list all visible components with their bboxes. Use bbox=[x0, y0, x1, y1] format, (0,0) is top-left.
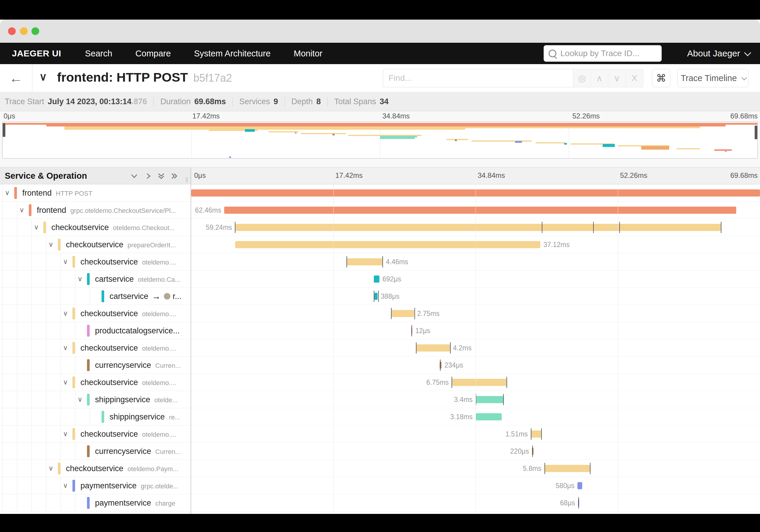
clear-find-icon[interactable]: X bbox=[626, 69, 643, 87]
span-duration-bar[interactable] bbox=[374, 275, 379, 283]
span-name-cell[interactable]: ∨checkoutserviceprepareOrderIt... bbox=[0, 236, 191, 253]
span-duration-bar[interactable] bbox=[235, 241, 541, 248]
trace-minimap-section: 0μs17.42ms34.84ms52.26ms69.68ms bbox=[0, 111, 760, 167]
span-duration-bar[interactable] bbox=[577, 482, 582, 489]
span-bar-cell[interactable]: 388μs bbox=[191, 288, 760, 305]
minimap-canvas[interactable] bbox=[2, 122, 758, 159]
span-bar-cell[interactable]: 220μs bbox=[191, 443, 760, 460]
span-name-cell[interactable]: ∨cartserviceoteldemo.Ca... bbox=[0, 270, 191, 288]
span-name-cell[interactable]: currencyserviceCurren... bbox=[0, 443, 191, 460]
span-name-cell[interactable]: productcatalogservice... bbox=[0, 322, 191, 339]
minimap-range-handle-left[interactable] bbox=[3, 123, 5, 137]
span-expand-chevron-icon[interactable]: ∨ bbox=[19, 206, 24, 214]
span-bar-cell[interactable]: 692μs bbox=[191, 270, 760, 288]
span-expand-chevron-icon[interactable]: ∨ bbox=[63, 309, 68, 317]
trace-id-lookup-input[interactable]: Lookup by Trace ID... bbox=[544, 45, 662, 62]
span-name-cell[interactable]: ∨checkoutserviceoteldemo.Checkout... bbox=[0, 219, 191, 236]
indent-guide bbox=[46, 288, 46, 305]
span-duration-bar[interactable] bbox=[531, 430, 542, 438]
nav-item-monitor[interactable]: Monitor bbox=[294, 49, 322, 59]
span-bar-cell[interactable]: 5.8ms bbox=[191, 460, 760, 477]
span-duration-bar[interactable] bbox=[374, 293, 378, 300]
next-match-icon[interactable]: ∨ bbox=[608, 69, 626, 87]
span-expand-chevron-icon[interactable]: ∨ bbox=[63, 378, 68, 386]
keyboard-shortcuts-button[interactable]: ⌘ bbox=[652, 69, 670, 87]
span-bar-cell[interactable]: 37.12ms bbox=[191, 236, 760, 253]
span-bar-cell[interactable]: 59.24ms bbox=[191, 219, 760, 236]
span-bar-cell[interactable]: 6.75ms bbox=[191, 374, 760, 391]
span-name-wrap: cartserviceoteldemo.Ca... bbox=[95, 270, 180, 288]
span-name-cell[interactable]: ∨paymentservicegrpc.otelde... bbox=[0, 477, 191, 494]
about-jaeger-menu[interactable]: About Jaeger bbox=[687, 48, 749, 59]
previous-match-icon[interactable]: ∧ bbox=[591, 69, 608, 87]
window-zoom-button[interactable] bbox=[31, 27, 39, 35]
window-minimize-button[interactable] bbox=[20, 27, 27, 35]
span-expand-chevron-icon[interactable]: ∨ bbox=[77, 275, 82, 283]
span-expand-chevron-icon[interactable]: ∨ bbox=[5, 189, 10, 197]
span-duration-bar[interactable] bbox=[391, 310, 414, 317]
span-name-cell[interactable]: ∨checkoutserviceoteldemo.... bbox=[0, 305, 191, 322]
panel-divider[interactable] bbox=[191, 167, 191, 514]
span-expand-chevron-icon[interactable]: ∨ bbox=[63, 482, 68, 490]
nav-item-compare[interactable]: Compare bbox=[135, 49, 171, 59]
focus-match-icon[interactable]: ◎ bbox=[573, 69, 591, 87]
span-bar-cell[interactable]: 3.18ms bbox=[191, 408, 760, 425]
span-name-cell[interactable]: ∨checkoutserviceoteldemo.... bbox=[0, 253, 191, 270]
collapse-all-icon[interactable] bbox=[157, 172, 166, 182]
span-bar-cell[interactable]: 62.46ms bbox=[191, 202, 760, 219]
trace-view-selector[interactable]: Trace Timeline bbox=[678, 69, 749, 87]
span-name-cell[interactable]: ∨checkoutserviceoteldemo.... bbox=[0, 374, 191, 391]
span-duration-bar[interactable] bbox=[347, 258, 383, 266]
nav-item-search[interactable]: Search bbox=[85, 49, 112, 59]
jaeger-logo[interactable]: JAEGER UI bbox=[12, 48, 61, 59]
span-expand-chevron-icon[interactable]: ∨ bbox=[34, 223, 39, 231]
span-name-cell[interactable]: ∨checkoutserviceoteldemo.Paym... bbox=[0, 460, 191, 477]
span-name-cell[interactable]: ∨checkoutserviceoteldemo.... bbox=[0, 339, 191, 357]
span-bar-cell[interactable]: 1.51ms bbox=[191, 425, 760, 443]
span-name-cell[interactable]: cartservice→r... bbox=[0, 288, 191, 305]
back-button[interactable]: ← bbox=[0, 64, 32, 92]
span-bar-cell[interactable]: 4.46ms bbox=[191, 253, 760, 270]
window-close-button[interactable] bbox=[8, 27, 16, 35]
span-duration-bar[interactable] bbox=[452, 379, 507, 386]
span-bar-cell[interactable]: 68μs bbox=[191, 494, 760, 511]
span-duration-bar[interactable] bbox=[416, 344, 450, 352]
span-name-cell[interactable]: currencyserviceCurren... bbox=[0, 357, 191, 374]
minimap-span-bar bbox=[332, 134, 335, 135]
span-duration-bar[interactable] bbox=[476, 396, 503, 403]
span-expand-chevron-icon[interactable]: ∨ bbox=[63, 258, 68, 266]
span-name-cell[interactable]: ∨frontendgrpc.oteldemo.CheckoutService/P… bbox=[0, 202, 191, 219]
indent-guide bbox=[31, 339, 32, 356]
span-duration-bar[interactable] bbox=[191, 189, 760, 197]
span-expand-chevron-icon[interactable]: ∨ bbox=[48, 464, 53, 472]
span-expand-chevron-icon[interactable]: ∨ bbox=[63, 430, 68, 438]
expand-all-icon[interactable] bbox=[170, 172, 179, 182]
span-name-cell[interactable]: ∨shippingserviceotelde... bbox=[0, 391, 191, 408]
span-duration-bar[interactable] bbox=[476, 413, 502, 420]
span-name-cell[interactable]: paymentservicecharge bbox=[0, 494, 191, 511]
span-bar-cell[interactable]: 580μs bbox=[191, 477, 760, 494]
span-duration-bar[interactable] bbox=[545, 465, 590, 472]
span-expand-chevron-icon[interactable]: ∨ bbox=[48, 240, 53, 249]
nav-item-system-architecture[interactable]: System Architecture bbox=[194, 49, 270, 59]
find-input[interactable]: Find... bbox=[383, 69, 573, 87]
span-bar-cell[interactable]: 234μs bbox=[191, 357, 760, 374]
span-bar-cell[interactable]: 12μs bbox=[191, 322, 760, 339]
span-name-cell[interactable]: ∨checkoutserviceoteldemo.... bbox=[0, 425, 191, 443]
span-expand-chevron-icon[interactable]: ∨ bbox=[63, 344, 68, 352]
span-bar-cell[interactable]: 2.75ms bbox=[191, 305, 760, 322]
expand-one-icon[interactable] bbox=[145, 172, 152, 181]
trace-collapse-chevron-icon[interactable]: ∨ bbox=[39, 71, 47, 83]
span-name-cell[interactable]: ∨frontendHTTP POST bbox=[0, 184, 191, 202]
span-bar-cell[interactable] bbox=[191, 184, 760, 202]
panel-resizer-handle[interactable]: ‖ bbox=[185, 176, 189, 184]
span-duration-bar[interactable] bbox=[235, 224, 721, 231]
span-bar-cell[interactable]: 3.4ms bbox=[191, 391, 760, 408]
span-expand-chevron-icon[interactable]: ∨ bbox=[77, 395, 82, 404]
span-name-cell[interactable]: shippingservicere... bbox=[0, 408, 191, 425]
span-duration-bar[interactable] bbox=[224, 207, 736, 214]
collapse-one-icon[interactable] bbox=[130, 172, 139, 181]
minimap-range-handle-right[interactable] bbox=[755, 125, 757, 139]
span-bar-cell[interactable]: 4.2ms bbox=[191, 339, 760, 357]
axis-tick-label: 0μs bbox=[194, 171, 206, 180]
